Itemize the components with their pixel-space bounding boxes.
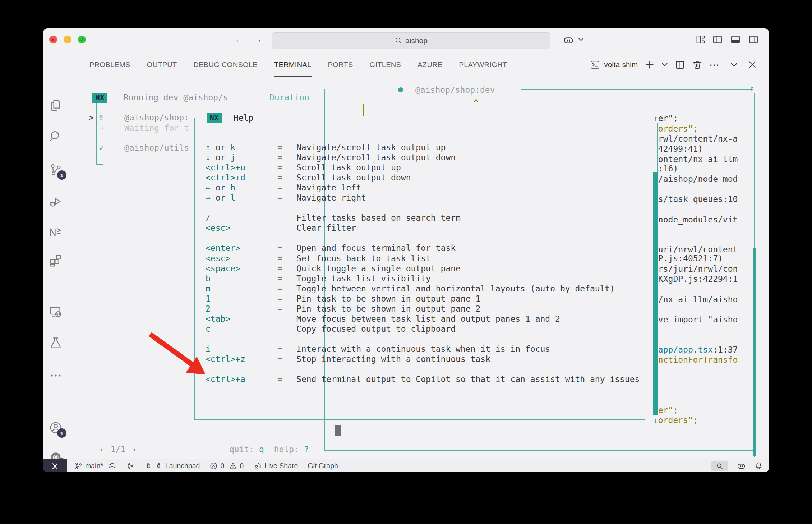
help-row: ← or h=Navigate left bbox=[206, 183, 640, 193]
sidebar-item-search[interactable] bbox=[48, 129, 64, 144]
zoom-window-button[interactable]: ⁄ bbox=[78, 36, 86, 43]
extensions-icon bbox=[49, 253, 63, 268]
sidebar-item-more[interactable] bbox=[48, 368, 64, 383]
notifications-bell-icon[interactable] bbox=[754, 461, 763, 470]
close-window-button[interactable]: × bbox=[49, 36, 57, 43]
output-log-line: ↑er"; bbox=[653, 113, 678, 123]
command-center-search[interactable]: aishop bbox=[272, 32, 550, 49]
status-live-share[interactable]: Live Share bbox=[253, 462, 298, 470]
drag-handle-icon[interactable]: ⠿ bbox=[98, 112, 103, 123]
tab-playwright[interactable]: PLAYWRIGHT bbox=[459, 52, 507, 77]
flask-icon bbox=[49, 336, 63, 350]
branch-label: main* bbox=[85, 462, 103, 470]
help-row: <ctrl>+a=Send terminal output to Copilot… bbox=[206, 374, 640, 384]
panel-header: PROBLEMSOUTPUTDEBUG CONSOLETERMINALPORTS… bbox=[43, 52, 769, 77]
navigate-back-button[interactable]: ← bbox=[232, 33, 246, 45]
zoom-indicator[interactable] bbox=[711, 461, 728, 471]
help-row: <space>=Quick toggle a single output pan… bbox=[206, 263, 640, 274]
status-git-graph[interactable]: Git Graph bbox=[308, 462, 338, 470]
help-row: /=Filter tasks based on search term bbox=[206, 213, 640, 223]
tab-output[interactable]: OUTPUT bbox=[147, 52, 177, 77]
sidebar-item-run-debug[interactable] bbox=[48, 194, 64, 210]
terminal-scrollbar-thumb[interactable] bbox=[753, 248, 756, 456]
task-runner-title: Running dev @aishop/s bbox=[124, 92, 228, 102]
pager-right-icon[interactable]: → bbox=[130, 445, 135, 454]
scm-badge: 1 bbox=[57, 170, 66, 180]
new-terminal-icon[interactable] bbox=[645, 60, 655, 70]
titlebar: × − ⁄ ← → aishop bbox=[43, 28, 769, 52]
help-row: <tab>=Move focus between task list and o… bbox=[206, 314, 640, 324]
hide-panel-chevron-icon[interactable] bbox=[730, 62, 738, 68]
error-icon bbox=[209, 462, 218, 470]
pager-label: 1/1 bbox=[111, 445, 126, 454]
sidebar-item-remote-explorer[interactable] bbox=[48, 304, 64, 320]
toggle-primary-sidebar-icon[interactable] bbox=[712, 34, 723, 46]
output-log-line: s/task_queues:10 bbox=[653, 194, 738, 204]
close-panel-icon[interactable] bbox=[748, 60, 757, 69]
navigate-forward-button[interactable]: → bbox=[250, 33, 264, 45]
copilot-status-icon[interactable] bbox=[736, 461, 746, 471]
status-git-graph-icon[interactable] bbox=[126, 462, 134, 470]
nx-console-icon bbox=[49, 225, 63, 239]
tab-ports[interactable]: PORTS bbox=[328, 52, 353, 77]
more-actions-icon[interactable]: ⋯ bbox=[709, 59, 720, 71]
output-log-line: app/app.tsx:1:37 bbox=[653, 345, 738, 355]
sidebar-item-nx-console[interactable] bbox=[48, 224, 64, 240]
git-branch-icon bbox=[74, 462, 83, 470]
scroll-up-icon[interactable]: ↑ bbox=[749, 83, 754, 93]
tab-azure[interactable]: AZURE bbox=[417, 52, 442, 77]
toggle-panel-icon[interactable] bbox=[730, 34, 741, 46]
status-launchpad[interactable]: Launchpad bbox=[144, 462, 200, 470]
search-icon bbox=[395, 37, 402, 45]
terminal-profile-label[interactable]: volta-shim bbox=[604, 60, 638, 69]
caret-marker: ^ bbox=[474, 98, 479, 108]
task-row-label[interactable]: @aishop/utils bbox=[124, 143, 189, 153]
remote-indicator[interactable] bbox=[43, 459, 67, 472]
help-row: <ctrl>+u=Scroll task output up bbox=[206, 162, 640, 173]
help-row: <ctrl>+z=Stop interacting with a continu… bbox=[206, 354, 640, 364]
status-problems[interactable]: 0 0 bbox=[209, 462, 244, 470]
tab-problems[interactable]: PROBLEMS bbox=[89, 52, 130, 77]
search-query: aishop bbox=[405, 36, 428, 45]
quit-key: q bbox=[259, 445, 264, 454]
copilot-chevron-icon[interactable] bbox=[578, 37, 584, 43]
accounts-badge: 1 bbox=[57, 428, 66, 438]
sidebar-item-explorer[interactable] bbox=[48, 97, 64, 113]
customize-layout-icon[interactable] bbox=[695, 34, 706, 46]
terminal-profile-icon[interactable] bbox=[590, 59, 600, 70]
kill-terminal-icon[interactable] bbox=[692, 60, 702, 70]
help-row: b=Toggle task list visibility bbox=[206, 274, 640, 284]
output-log-line: 42499:41) bbox=[653, 144, 703, 154]
tab-gitlens[interactable]: GITLENS bbox=[370, 52, 401, 77]
pager-left-icon[interactable]: ← bbox=[101, 445, 106, 454]
task-pager[interactable]: ← 1/1 → bbox=[101, 444, 135, 454]
output-pane-top-stub bbox=[324, 89, 331, 89]
sidebar-item-source-control[interactable]: 1 bbox=[48, 162, 64, 178]
sidebar-item-extensions[interactable] bbox=[48, 253, 64, 268]
output-log-line: er"; bbox=[653, 405, 678, 415]
footer-hints: quit: q help: ? bbox=[229, 444, 309, 454]
status-branch[interactable]: main* bbox=[74, 462, 116, 470]
terminal-cursor bbox=[363, 104, 364, 116]
copilot-icon[interactable] bbox=[562, 34, 575, 48]
tab-debug-console[interactable]: DEBUG CONSOLE bbox=[194, 52, 258, 77]
debug-icon bbox=[49, 195, 63, 209]
quit-label: quit: bbox=[229, 445, 254, 454]
toggle-secondary-sidebar-icon[interactable] bbox=[748, 34, 759, 46]
launch-profile-chevron-icon[interactable] bbox=[661, 62, 668, 67]
minimize-window-button[interactable]: − bbox=[64, 36, 71, 43]
output-log-line: KXgDP.js:42294:1 bbox=[653, 274, 738, 284]
pane-scrollbar-thumb[interactable] bbox=[653, 172, 658, 415]
sidebar-item-accounts[interactable]: 1 bbox=[48, 420, 64, 436]
task-row-label[interactable]: @aishop/shop: bbox=[124, 112, 189, 123]
output-log-line: rs/juri/nrwl/con bbox=[653, 264, 738, 274]
split-terminal-icon[interactable] bbox=[675, 60, 685, 70]
live-share-label: Live Share bbox=[264, 462, 298, 470]
help-label: help: bbox=[274, 445, 299, 454]
output-log-line: /nx-ai-llm/aisho bbox=[653, 294, 738, 304]
tab-terminal[interactable]: TERMINAL bbox=[274, 52, 312, 77]
output-log-line: P.js:40521:7) bbox=[653, 253, 723, 263]
output-log-line: node_modules/vit bbox=[653, 215, 738, 225]
task-status-label: Waiting for t bbox=[124, 123, 189, 133]
sidebar-item-testing[interactable] bbox=[48, 335, 64, 351]
